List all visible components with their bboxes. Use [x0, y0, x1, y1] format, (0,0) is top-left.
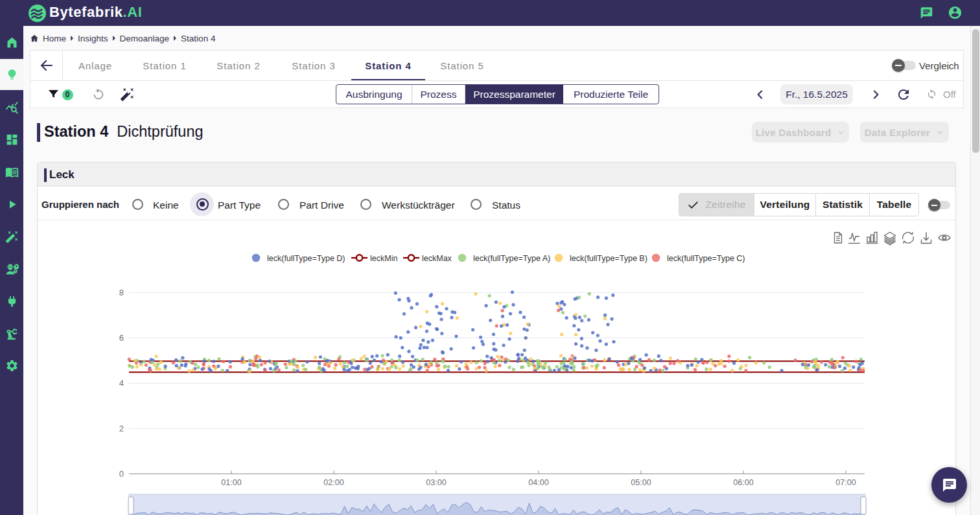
- svg-text:8: 8: [119, 288, 124, 297]
- svg-text:leck(fullType=Type D): leck(fullType=Type D): [267, 254, 345, 263]
- svg-text:07:00: 07:00: [835, 478, 856, 487]
- svg-text:6: 6: [119, 333, 124, 343]
- svg-text:leck(fullType=Type C): leck(fullType=Type C): [667, 254, 745, 263]
- svg-text:0: 0: [119, 469, 124, 479]
- svg-text:01:00: 01:00: [221, 478, 241, 487]
- svg-text:leck(fullType=Type A): leck(fullType=Type A): [473, 254, 550, 263]
- svg-text:2: 2: [119, 424, 124, 433]
- svg-text:05:00: 05:00: [631, 478, 651, 487]
- svg-text:06:00: 06:00: [733, 478, 753, 487]
- svg-text:02:00: 02:00: [323, 478, 344, 487]
- svg-text:leck(fullType=Type B): leck(fullType=Type B): [570, 254, 648, 263]
- svg-text:04:00: 04:00: [528, 478, 548, 487]
- svg-text:03:00: 03:00: [426, 478, 446, 487]
- svg-text:leckMin: leckMin: [370, 254, 397, 263]
- svg-text:4: 4: [119, 378, 124, 388]
- svg-text:leckMax: leckMax: [422, 254, 452, 263]
